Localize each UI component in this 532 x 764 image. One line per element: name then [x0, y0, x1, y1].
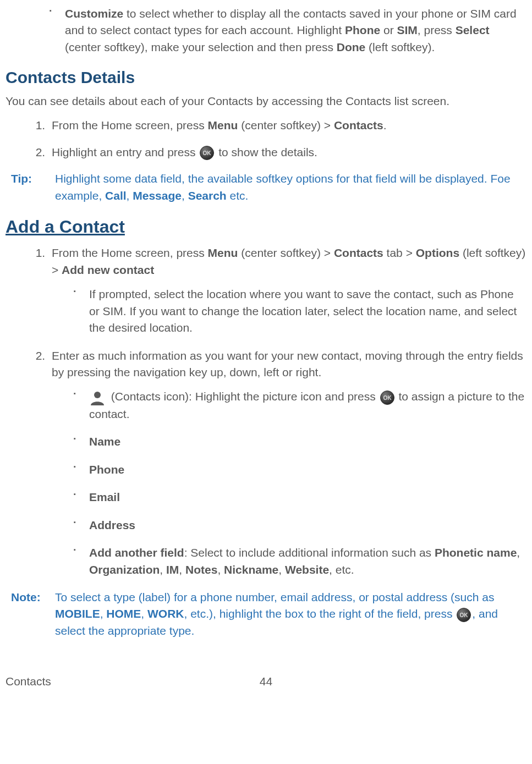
contacts-details-heading: Contacts Details [6, 65, 526, 90]
svg-text:OK: OK [460, 612, 469, 618]
add-contact-step-2: Enter as much information as you want fo… [48, 348, 526, 578]
note-body: To select a type (label) for a phone num… [55, 589, 526, 639]
field-name: Name [74, 433, 526, 450]
add-contact-step-1-sub: If prompted, select the location where y… [74, 286, 526, 336]
svg-point-2 [94, 392, 101, 398]
note-callout: Note: To select a type (label) for a pho… [6, 589, 526, 639]
field-add-another: Add another field: Select to include add… [74, 545, 526, 578]
field-contacts-icon: (Contacts icon): Highlight the picture i… [74, 388, 526, 422]
tip-body: Highlight some data field, the available… [55, 171, 526, 204]
tip-callout: Tip: Highlight some data field, the avai… [6, 171, 526, 204]
contacts-icon [89, 389, 106, 406]
contacts-details-intro: You can see details about each of your C… [6, 93, 526, 109]
svg-text:OK: OK [383, 395, 392, 401]
customize-bullet: Customize to select whether to display a… [50, 6, 526, 56]
contacts-details-steps: From the Home screen, press Menu (center… [6, 117, 526, 161]
customize-label: Customize [65, 7, 123, 20]
ok-icon: OK [457, 608, 471, 622]
ok-icon: OK [200, 146, 214, 160]
field-address: Address [74, 517, 526, 534]
page-body: Customize to select whether to display a… [0, 6, 532, 660]
contacts-details-step-1: From the Home screen, press Menu (center… [48, 117, 526, 134]
note-label: Note: [6, 589, 55, 639]
page-footer: Contacts 44 [0, 660, 532, 694]
footer-page-number: 44 [260, 673, 272, 690]
add-contact-heading: Add a Contact [6, 214, 526, 239]
field-email: Email [74, 489, 526, 505]
svg-text:OK: OK [203, 150, 212, 156]
field-phone: Phone [74, 461, 526, 478]
footer-section: Contacts [6, 673, 51, 690]
ok-icon: OK [380, 391, 394, 405]
add-contact-step-1: From the Home screen, press Menu (center… [48, 245, 526, 336]
tip-label: Tip: [6, 171, 55, 204]
add-contact-steps: From the Home screen, press Menu (center… [6, 245, 526, 578]
contacts-details-step-2: Highlight an entry and press OK to show … [48, 144, 526, 161]
